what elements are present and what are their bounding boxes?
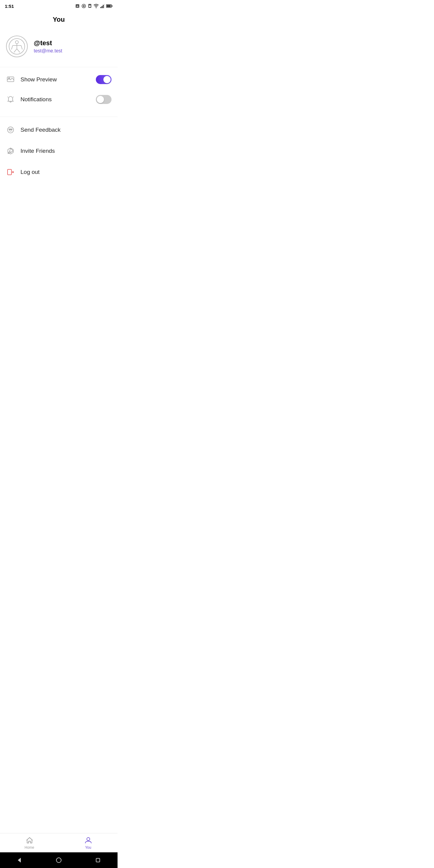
menu-group: Send Feedback Invite Friends [0, 117, 118, 185]
invite-friends-label: Invite Friends [21, 148, 55, 154]
status-bar: 1:51 A [0, 0, 118, 11]
show-preview-label: Show Preview [21, 76, 90, 83]
android-home-icon [56, 857, 62, 863]
nav-you-label: You [85, 845, 91, 849]
circle-icon [82, 4, 86, 8]
log-out-icon [6, 167, 15, 177]
status-icons: A [75, 4, 113, 8]
svg-line-25 [13, 97, 13, 97]
svg-rect-10 [104, 4, 104, 8]
wifi-icon [93, 4, 99, 8]
send-feedback-item[interactable]: Send Feedback [0, 119, 118, 141]
settings-group: Show Preview Notifications [0, 67, 118, 117]
svg-rect-5 [89, 5, 91, 7]
nav-you[interactable]: You [59, 834, 118, 852]
avatar-image [8, 38, 25, 55]
send-feedback-icon [6, 125, 15, 134]
nav-home[interactable]: Home [0, 834, 59, 852]
log-out-item[interactable]: Log out [0, 161, 118, 183]
svg-point-42 [56, 858, 61, 863]
android-nav [0, 852, 118, 868]
svg-line-19 [17, 49, 20, 53]
show-preview-icon [6, 75, 15, 84]
bottom-nav: Home You [0, 833, 118, 852]
invite-friends-icon [6, 147, 15, 156]
show-preview-item[interactable]: Show Preview [0, 70, 118, 90]
android-recent-button[interactable] [93, 855, 103, 866]
back-icon [17, 857, 23, 863]
svg-rect-13 [107, 5, 111, 7]
svg-line-20 [11, 45, 13, 50]
svg-point-27 [9, 129, 10, 130]
svg-point-29 [11, 129, 12, 130]
page-title: You [0, 11, 118, 31]
status-time: 1:51 [5, 4, 14, 9]
svg-point-23 [8, 78, 10, 79]
svg-line-24 [7, 97, 8, 97]
avatar [6, 36, 28, 57]
battery-icon [106, 4, 113, 8]
signal-icon [100, 4, 104, 8]
svg-point-40 [87, 838, 90, 841]
log-out-label: Log out [21, 169, 39, 176]
profile-info: @test test@me.test [34, 39, 62, 54]
svg-rect-38 [7, 169, 11, 175]
recent-icon [95, 857, 101, 863]
svg-rect-8 [101, 6, 102, 8]
notifications-toggle[interactable] [96, 95, 112, 104]
profile-email: test@me.test [34, 48, 62, 54]
android-back-button[interactable] [14, 855, 25, 866]
show-preview-toggle[interactable] [96, 75, 112, 84]
svg-rect-9 [103, 5, 104, 8]
a-icon: A [75, 4, 80, 8]
svg-point-6 [96, 7, 97, 8]
invite-friends-item[interactable]: Invite Friends [0, 141, 118, 161]
svg-line-18 [14, 49, 17, 53]
home-icon [26, 836, 33, 844]
profile-section: @test test@me.test [0, 31, 118, 67]
svg-line-21 [21, 45, 22, 50]
you-icon [84, 836, 92, 844]
toggle-thumb [103, 76, 111, 83]
toggle-thumb-off [97, 96, 104, 103]
svg-marker-41 [18, 858, 21, 863]
svg-text:A: A [76, 5, 79, 8]
svg-rect-12 [112, 5, 113, 7]
send-feedback-label: Send Feedback [21, 127, 61, 133]
svg-rect-7 [100, 7, 101, 8]
svg-rect-43 [96, 858, 100, 862]
profile-username: @test [34, 39, 62, 47]
notifications-item[interactable]: Notifications [0, 90, 118, 110]
nav-home-label: Home [24, 845, 34, 849]
notifications-icon [6, 95, 15, 104]
notifications-label: Notifications [21, 96, 90, 103]
svg-point-15 [16, 41, 19, 44]
svg-point-28 [10, 129, 11, 130]
sim-icon [88, 4, 92, 8]
android-home-button[interactable] [53, 855, 64, 866]
svg-point-3 [83, 5, 85, 7]
